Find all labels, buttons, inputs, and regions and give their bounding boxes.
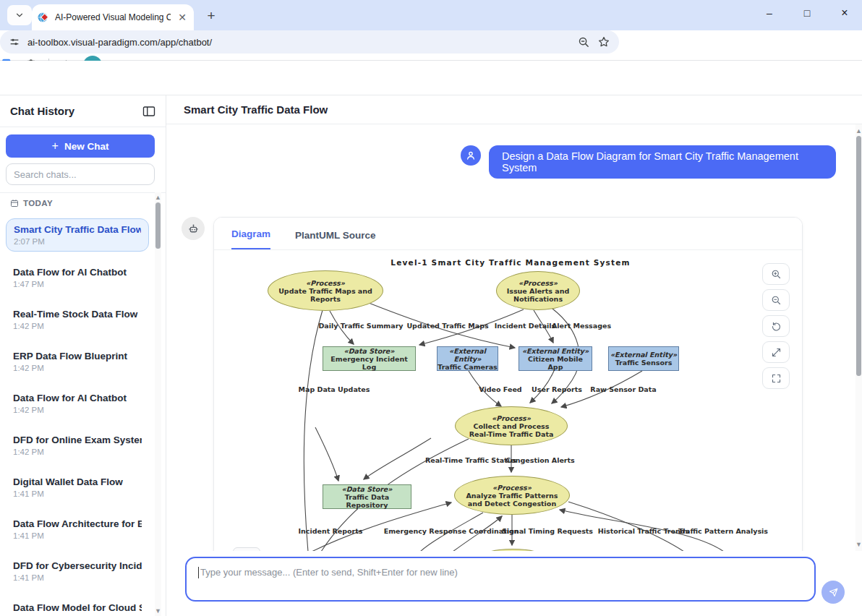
- conversation-titlebar: Smart City Traffic Data Flow: [166, 95, 862, 124]
- composer: Type your message... (Enter to send, Shi…: [166, 551, 862, 616]
- chat-history-item[interactable]: Data Flow Model for Cloud S... 1:41 PM: [6, 597, 149, 616]
- datastore-traffic-data-repository[interactable]: «Data Store» Traffic Data Repository: [323, 484, 411, 509]
- zoom-in-icon: [771, 269, 782, 280]
- edge-label: Alert Messages: [552, 322, 611, 330]
- tab-plantuml-source[interactable]: PlantUML Source: [295, 230, 376, 249]
- edge-label: Raw Sensor Data: [590, 385, 656, 393]
- chat-history-item[interactable]: Data Flow for AI Chatbot 1:42 PM: [6, 388, 149, 419]
- edge-label: Historical Traffic Trends: [598, 527, 689, 535]
- edge-label: Congestion Alerts: [505, 456, 575, 464]
- entity-citizen-mobile-app[interactable]: «External Entity» Citizen Mobile App: [519, 346, 592, 371]
- datastore-emergency-incident-log[interactable]: «Data Store» Emergency Incident Log: [323, 346, 416, 371]
- fullscreen-button[interactable]: [762, 367, 790, 389]
- process-update-traffic-maps[interactable]: «Process» Update Traffic Maps and Report…: [268, 270, 383, 311]
- process-analyze-traffic-patterns[interactable]: «Process» Analyze Traffic Patterns and D…: [454, 476, 570, 515]
- minimize-icon[interactable]: –: [761, 4, 778, 22]
- chat-scrollbar[interactable]: ▲ ▼: [855, 124, 862, 551]
- sidebar-scrollbar[interactable]: ▲ ▼: [155, 192, 161, 616]
- diagram-toolbar: [762, 263, 790, 389]
- chat-history-item[interactable]: DFD for Cybersecurity Incide... 1:41 PM: [6, 555, 149, 587]
- chevron-down-icon: [14, 10, 25, 20]
- edge-label: Video Feed: [479, 385, 521, 393]
- edge-label: Signal Timing Requests: [502, 527, 593, 535]
- send-button[interactable]: [822, 581, 845, 604]
- plus-icon: +: [52, 140, 59, 153]
- diagram-title: Level-1 Smart City Traffic Management Sy…: [272, 258, 749, 267]
- bot-avatar: [182, 217, 205, 240]
- scrollbar-thumb[interactable]: [155, 202, 161, 249]
- chat-history-item[interactable]: Smart City Traffic Data Flow 2:07 PM: [6, 218, 149, 252]
- maximize-icon[interactable]: □: [798, 4, 816, 22]
- process-collect-traffic-data[interactable]: «Process» Collect and Process Real-Time …: [455, 406, 568, 445]
- chat-history-item[interactable]: Digital Wallet Data Flow 1:41 PM: [6, 471, 149, 503]
- tab-strip: AI-Powered Visual Modeling Ch ✕ + – □ ×: [0, 0, 862, 30]
- fullscreen-icon: [771, 373, 782, 384]
- message-placeholder: Type your message... (Enter to send, Shi…: [200, 567, 458, 578]
- chat-history-item[interactable]: ERP Data Flow Blueprint 1:42 PM: [6, 346, 149, 377]
- edge-label: Traffic Pattern Analysis: [678, 527, 768, 535]
- text-caret: [198, 567, 199, 578]
- sidebar: Chat History + New Chat TODAY Smart City…: [0, 95, 166, 616]
- chat-history-item[interactable]: Data Flow Architecture for E-... 1:41 PM: [6, 513, 149, 545]
- new-tab-button[interactable]: +: [202, 7, 220, 25]
- edge-label: Incident Reports: [298, 527, 362, 535]
- edge-label: User Reports: [532, 385, 582, 393]
- scrollbar-thumb[interactable]: [856, 136, 861, 376]
- favicon-visual-paradigm: [38, 12, 49, 23]
- entity-traffic-sensors[interactable]: «External Entity» Traffic Sensors: [608, 346, 679, 371]
- search-chats-input[interactable]: [6, 163, 155, 185]
- zoom-in-button[interactable]: [762, 263, 790, 285]
- edge-label: Updated Traffic Maps: [406, 322, 488, 330]
- chat-history-item[interactable]: Data Flow for AI Chatbot 1:47 PM: [6, 262, 149, 294]
- browser-tab[interactable]: AI-Powered Visual Modeling Ch ✕: [32, 4, 194, 30]
- app-header: Chatbot Powered by Visual Paradigm More …: [0, 61, 862, 95]
- chat-history-list: Smart City Traffic Data Flow 2:07 PM Dat…: [0, 213, 155, 616]
- user-message-avatar: [461, 145, 481, 166]
- zoom-out-icon[interactable]: [578, 36, 590, 48]
- edge-label: Map Data Updates: [299, 385, 370, 393]
- tab-diagram[interactable]: Diagram: [231, 228, 270, 249]
- diagram-card: Diagram PlantUML Source: [213, 217, 803, 551]
- window-close-icon[interactable]: ×: [836, 4, 853, 22]
- browser-window: AI-Powered Visual Modeling Ch ✕ + – □ × …: [0, 0, 862, 616]
- panel-toggle-icon[interactable]: [142, 106, 155, 117]
- robot-icon: [187, 223, 200, 235]
- calendar-icon: [10, 199, 19, 208]
- tab-close-icon[interactable]: ✕: [176, 12, 188, 23]
- entity-traffic-cameras[interactable]: «External Entity» Traffic Cameras: [437, 346, 498, 371]
- dataflow-diagram[interactable]: Level-1 Smart City Traffic Management Sy…: [214, 218, 803, 551]
- site-settings-icon[interactable]: [9, 36, 20, 48]
- edge-label: Daily Traffic Summary: [318, 322, 403, 330]
- url-bar[interactable]: ai-toolbox.visual-paradigm.com/app/chatb…: [0, 30, 619, 54]
- tab-search-button[interactable]: [7, 5, 32, 25]
- diagram-tabs: Diagram PlantUML Source: [214, 218, 802, 250]
- chat-history-item[interactable]: DFD for Online Exam System 1:42 PM: [6, 429, 149, 461]
- reset-view-icon: [771, 321, 782, 332]
- zoom-out-icon: [771, 295, 782, 306]
- new-chat-button[interactable]: + New Chat: [6, 134, 155, 158]
- sidebar-title: Chat History: [10, 105, 74, 117]
- edge-label: Emergency Response Coordination: [384, 527, 519, 535]
- expand-button[interactable]: [762, 341, 790, 363]
- page-title: Smart City Traffic Data Flow: [184, 103, 328, 116]
- expand-icon: [771, 347, 782, 358]
- message-input[interactable]: Type your message... (Enter to send, Shi…: [185, 557, 816, 602]
- user-icon: [465, 150, 477, 161]
- url-text[interactable]: ai-toolbox.visual-paradigm.com/app/chatb…: [27, 37, 571, 48]
- section-label-today: TODAY: [23, 199, 53, 208]
- browser-toolbar: ai-toolbox.visual-paradigm.com/app/chatb…: [0, 30, 862, 61]
- user-message-bubble: Design a Data Flow Diagram for Smart Cit…: [489, 145, 836, 179]
- process-issue-alerts[interactable]: «Process» Issue Alerts and Notifications: [496, 271, 580, 310]
- tab-title: AI-Powered Visual Modeling Ch: [55, 12, 171, 22]
- zoom-out-button[interactable]: [762, 289, 790, 311]
- reset-view-button[interactable]: [762, 315, 790, 337]
- chat-area: Design a Data Flow Diagram for Smart Cit…: [166, 124, 862, 551]
- send-icon: [828, 587, 839, 598]
- chat-history-item[interactable]: Real-Time Stock Data Flow 1:42 PM: [6, 304, 149, 335]
- edge-label: Incident Details: [495, 322, 556, 330]
- edge-label: Real-Time Traffic Status: [425, 456, 516, 464]
- star-icon[interactable]: [597, 35, 610, 48]
